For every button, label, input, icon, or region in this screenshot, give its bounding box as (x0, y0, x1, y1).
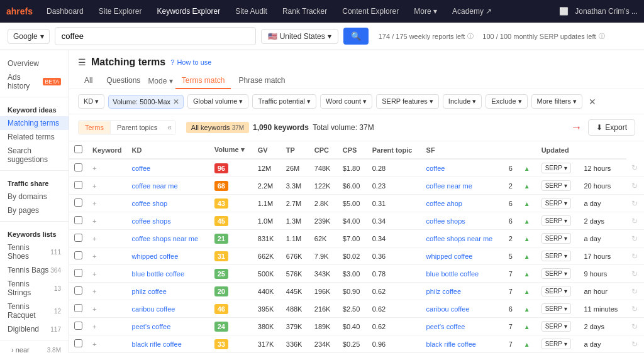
col-kd[interactable]: KD (126, 141, 209, 159)
filter-word-count[interactable]: Word count ▾ (320, 94, 372, 109)
row-refresh[interactable]: ↻ (626, 247, 644, 265)
row-plus[interactable]: + (87, 212, 126, 230)
sidebar-item-tennis-strings[interactable]: Tennis Strings 13 (0, 277, 69, 300)
row-plus[interactable]: + (87, 265, 126, 283)
filter-global-volume[interactable]: Global volume ▾ (187, 94, 248, 109)
select-all-checkbox[interactable] (74, 145, 82, 153)
row-checkbox[interactable] (69, 159, 87, 177)
nav-keywords-explorer[interactable]: Keywords Explorer (153, 4, 224, 18)
sidebar-item-by-domains[interactable]: By domains (0, 190, 69, 204)
row-keyword[interactable]: philz coffee (126, 283, 209, 300)
row-plus[interactable]: + (87, 300, 126, 318)
row-parent-topic[interactable]: coffee ahop (421, 195, 504, 212)
sidebar-item-ads-history[interactable]: Ads history BETA (0, 70, 69, 93)
row-refresh[interactable]: ↻ (626, 195, 644, 212)
sidebar-item-by-pages[interactable]: By pages (0, 204, 69, 217)
row-refresh[interactable]: ↻ (626, 283, 644, 300)
col-volume[interactable]: Volume ▾ (209, 141, 253, 159)
nav-site-explorer[interactable]: Site Explorer (95, 4, 146, 18)
row-plus[interactable]: + (87, 195, 126, 212)
sidebar-item-tennis-racquet[interactable]: Tennis Racquet 12 (0, 300, 69, 322)
row-parent-topic[interactable]: black rifle coffee (421, 335, 504, 353)
topics-collapse-icon[interactable]: « (164, 121, 175, 134)
row-keyword[interactable]: coffee shops near me (126, 230, 209, 247)
row-serp-btn[interactable]: SERP ▾ (536, 230, 579, 247)
row-refresh[interactable]: ↻ (626, 265, 644, 283)
row-checkbox[interactable] (69, 177, 87, 195)
row-checkbox[interactable] (69, 300, 87, 318)
col-sf[interactable]: SF (421, 141, 504, 159)
col-cpc[interactable]: CPC (309, 141, 338, 159)
row-serp-btn[interactable]: SERP ▾ (536, 318, 579, 335)
row-serp-btn[interactable]: SERP ▾ (536, 283, 579, 300)
how-to-use-link[interactable]: ? How to use (170, 58, 211, 66)
row-keyword[interactable]: whipped coffee (126, 247, 209, 265)
row-plus[interactable]: + (87, 230, 126, 247)
row-parent-topic[interactable]: whipped coffee (421, 247, 504, 265)
row-serp-btn[interactable]: SERP ▾ (536, 300, 579, 318)
export-button[interactable]: ⬇ Export (588, 119, 635, 136)
filter-include[interactable]: Include ▾ (443, 94, 482, 109)
topics-terms-tab[interactable]: Terms (79, 121, 111, 134)
user-menu[interactable]: Jonathan Crim's ... (575, 7, 638, 16)
row-parent-topic[interactable]: coffee shops near me (421, 230, 504, 247)
search-input[interactable] (55, 27, 256, 45)
row-serp-btn[interactable]: SERP ▾ (536, 247, 579, 265)
row-serp-btn[interactable]: SERP ▾ (536, 265, 579, 283)
all-keywords-item[interactable]: All keywords 37M (186, 122, 249, 133)
tab-terms-match[interactable]: Terms match (175, 73, 231, 89)
col-updated[interactable]: Updated (536, 141, 579, 159)
nav-content-explorer[interactable]: Content Explorer (338, 4, 402, 18)
row-checkbox[interactable] (69, 247, 87, 265)
nav-dashboard[interactable]: Dashboard (43, 4, 87, 18)
row-parent-topic[interactable]: coffee shops (421, 212, 504, 230)
row-refresh[interactable]: ↻ (626, 300, 644, 318)
row-checkbox[interactable] (69, 265, 87, 283)
col-cps[interactable]: CPS (338, 141, 367, 159)
col-keyword[interactable]: Keyword (87, 141, 126, 159)
row-refresh[interactable]: ↻ (626, 318, 644, 335)
row-parent-topic[interactable]: coffee (421, 159, 504, 177)
row-plus[interactable]: + (87, 283, 126, 300)
row-plus[interactable]: + (87, 159, 126, 177)
filter-clear-button[interactable]: ✕ (586, 95, 599, 108)
search-button[interactable]: 🔍 (343, 28, 369, 45)
topics-parent-tab[interactable]: Parent topics (111, 121, 164, 134)
row-checkbox[interactable] (69, 283, 87, 300)
row-parent-topic[interactable]: caribou coffee (421, 300, 504, 318)
col-gv[interactable]: GV (253, 141, 281, 159)
row-refresh[interactable]: ↻ (626, 335, 644, 353)
row-checkbox[interactable] (69, 212, 87, 230)
row-plus[interactable]: + (87, 247, 126, 265)
row-keyword[interactable]: coffee (126, 159, 209, 177)
filter-exclude[interactable]: Exclude ▾ (486, 94, 527, 109)
country-select[interactable]: 🇺🇸 United States ▾ (261, 29, 338, 44)
row-keyword[interactable]: caribou coffee (126, 300, 209, 318)
col-parent-topic[interactable]: Parent topic (367, 141, 421, 159)
hamburger-icon[interactable]: ☰ (78, 57, 86, 67)
volume-filter-close[interactable]: ✕ (173, 97, 179, 106)
nav-site-audit[interactable]: Site Audit (231, 4, 271, 18)
row-keyword[interactable]: coffee shop (126, 195, 209, 212)
tab-all[interactable]: All (78, 73, 99, 89)
row-refresh[interactable]: ↻ (626, 177, 644, 195)
row-checkbox[interactable] (69, 195, 87, 212)
col-tp[interactable]: TP (281, 141, 309, 159)
row-keyword[interactable]: coffee shops (126, 212, 209, 230)
filter-traffic-potential[interactable]: Traffic potential ▾ (252, 94, 316, 109)
row-checkbox[interactable] (69, 318, 87, 335)
sidebar-item-overview[interactable]: Overview (0, 57, 69, 70)
row-refresh[interactable]: ↻ (626, 230, 644, 247)
row-serp-btn[interactable]: SERP ▾ (536, 212, 579, 230)
nav-more[interactable]: More ▾ (410, 4, 441, 18)
nav-academy[interactable]: Academy ↗ (448, 4, 496, 18)
sidebar-item-related-terms[interactable]: Related terms (0, 130, 69, 144)
sidebar-item-digiblend[interactable]: Digiblend 117 (0, 322, 69, 336)
row-serp-btn[interactable]: SERP ▾ (536, 195, 579, 212)
row-plus[interactable]: + (87, 335, 126, 353)
row-keyword[interactable]: peet's coffee (126, 318, 209, 335)
row-parent-topic[interactable]: philz coffee (421, 283, 504, 300)
sidebar-item-tennis-shoes[interactable]: Tennis Shoes 111 (0, 241, 69, 263)
row-plus[interactable]: + (87, 318, 126, 335)
row-keyword[interactable]: blue bottle coffee (126, 265, 209, 283)
